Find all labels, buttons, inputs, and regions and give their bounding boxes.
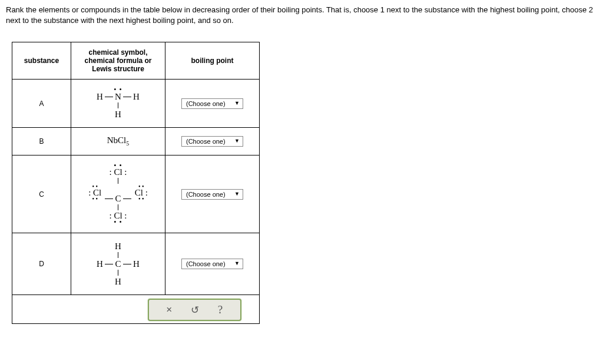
dropdown-a[interactable]: (Choose one) ▼ [181, 98, 243, 109]
help-button[interactable]: ? [212, 303, 228, 316]
answer-toolbar: × ↺ ? [148, 299, 241, 321]
chevron-down-icon: ▼ [234, 260, 240, 266]
formula-nbcl5: NbCl5 [107, 131, 130, 151]
formula-b: NbCl5 [71, 128, 165, 155]
reset-button[interactable]: ↺ [187, 304, 203, 316]
substance-label-b: B [12, 128, 71, 155]
substance-label-a: A [12, 80, 71, 128]
formula-d: H HCH H [71, 233, 165, 295]
dropdown-d-label: (Choose one) [186, 260, 226, 267]
instructions-text: Rank the elements or compounds in the ta… [6, 5, 597, 25]
formula-c: • • : Cl : • • : Cl • • C • • Cl : [71, 155, 165, 233]
table-row: D H HCH H (Choose one) ▼ [12, 233, 260, 295]
substance-label-d: D [12, 233, 71, 295]
table-row: A • • HNH H (Choose one) ▼ [12, 80, 260, 128]
dropdown-d[interactable]: (Choose one) ▼ [181, 259, 243, 269]
dropdown-c[interactable]: (Choose one) ▼ [181, 189, 243, 200]
chevron-down-icon: ▼ [234, 138, 240, 144]
table-row: B NbCl5 (Choose one) ▼ [12, 128, 260, 155]
close-button[interactable]: × [161, 304, 177, 316]
lewis-nh3: • • HNH H [96, 83, 140, 124]
dropdown-b-label: (Choose one) [186, 138, 226, 145]
dropdown-b[interactable]: (Choose one) ▼ [181, 136, 243, 147]
substance-label-c: C [12, 155, 71, 233]
chevron-down-icon: ▼ [234, 191, 240, 197]
toolbar-row: × ↺ ? [12, 295, 260, 324]
table-row: C • • : Cl : • • : Cl • • C • • [12, 155, 260, 233]
header-substance: substance [12, 42, 71, 80]
lewis-ccl4: • • : Cl : • • : Cl • • C • • Cl : [88, 159, 148, 229]
substances-table: substance chemical symbol, chemical form… [12, 42, 260, 324]
header-formula: chemical symbol, chemical formula or Lew… [71, 42, 165, 80]
lewis-ch4: H HCH H [96, 237, 140, 291]
dropdown-a-label: (Choose one) [186, 100, 226, 107]
chevron-down-icon: ▼ [234, 100, 240, 106]
dropdown-c-label: (Choose one) [186, 191, 226, 198]
formula-a: • • HNH H [71, 80, 165, 128]
header-boiling-point: boiling point [165, 42, 260, 80]
